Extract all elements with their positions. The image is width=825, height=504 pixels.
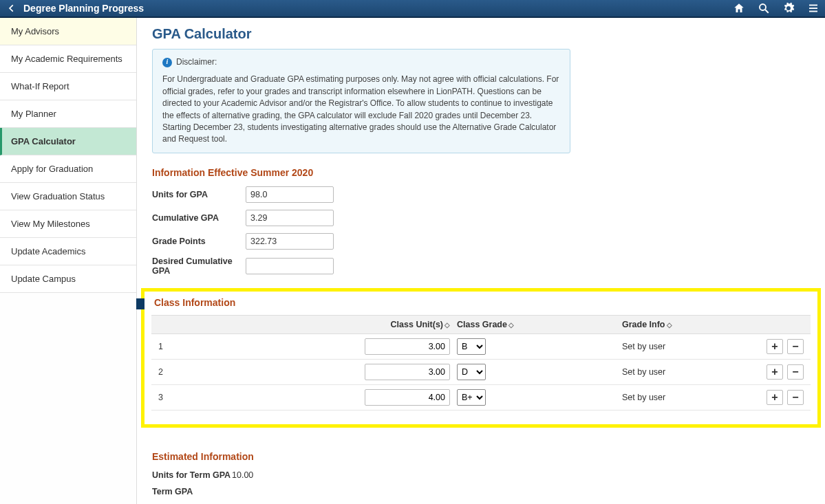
info-section-title: Information Effective Summer 2020: [152, 167, 810, 178]
back-icon[interactable]: [6, 2, 18, 14]
sidebar-item-my-academic-requirements[interactable]: My Academic Requirements: [0, 45, 136, 73]
class-grade-select[interactable]: AA-B+BB-C+CDF: [457, 364, 486, 380]
class-units-input[interactable]: [365, 364, 450, 380]
table-row: 3AA-B+BB-C+CDFSet by user+−: [151, 385, 811, 410]
class-info-title: Class Information: [154, 297, 815, 308]
svg-point-0: [760, 4, 766, 10]
col-units-header[interactable]: Class Unit(s): [391, 320, 443, 329]
sidebar-item-my-advisors[interactable]: My Advisors: [0, 18, 136, 45]
units-term-value: 10.00: [232, 470, 253, 480]
class-table-header: Class Unit(s)◇ Class Grade◇ Grade Info◇: [151, 315, 811, 334]
remove-row-button[interactable]: −: [787, 364, 804, 380]
info-icon: i: [162, 58, 172, 67]
sidebar-item-update-campus[interactable]: Update Campus: [0, 265, 136, 293]
main-content: GPA Calculator i Disclaimer: For Undergr…: [137, 18, 825, 504]
units-term-label: Units for Term GPA: [152, 470, 232, 480]
grade-points-input[interactable]: [246, 233, 334, 250]
header-title: Degree Planning Progress: [23, 3, 144, 14]
gear-icon[interactable]: [782, 2, 795, 14]
class-units-input[interactable]: [365, 389, 450, 406]
table-row: 2AA-B+BB-C+CDFSet by user+−: [151, 360, 811, 385]
class-grade-select[interactable]: AA-B+BB-C+CDF: [457, 389, 486, 406]
disclaimer-label: Disclaimer:: [176, 56, 217, 68]
disclaimer-text: For Undergraduate and Graduate GPA estim…: [162, 74, 560, 145]
sidebar-item-view-graduation-status[interactable]: View Graduation Status: [0, 183, 136, 210]
col-info-header[interactable]: Grade Info: [622, 320, 665, 329]
row-number: 2: [158, 367, 365, 377]
col-grade-header[interactable]: Class Grade: [457, 320, 507, 329]
app-header: Degree Planning Progress: [0, 0, 825, 18]
desired-gpa-input[interactable]: [246, 258, 334, 274]
add-row-button[interactable]: +: [767, 390, 783, 405]
add-row-button[interactable]: +: [767, 364, 783, 380]
units-gpa-label: Units for GPA: [152, 190, 246, 199]
row-number: 3: [158, 393, 365, 402]
menu-icon[interactable]: [807, 2, 819, 14]
search-icon[interactable]: [758, 2, 770, 14]
sidebar-item-apply-for-graduation[interactable]: Apply for Graduation: [0, 155, 136, 183]
sidebar-item-gpa-calculator[interactable]: GPA Calculator: [0, 128, 136, 155]
remove-row-button[interactable]: −: [787, 339, 804, 354]
grade-info-text: Set by user: [622, 367, 749, 377]
sidebar-item-update-academics[interactable]: Update Academics: [0, 238, 136, 265]
svg-line-1: [765, 10, 769, 13]
sidebar-item-my-planner[interactable]: My Planner: [0, 100, 136, 128]
sidebar-item-what-if-report[interactable]: What-If Report: [0, 73, 136, 100]
row-number: 1: [158, 342, 365, 351]
sidebar-item-view-my-milestones[interactable]: View My Milestones: [0, 210, 136, 238]
add-row-button[interactable]: +: [767, 339, 783, 354]
home-icon[interactable]: [733, 2, 745, 14]
units-gpa-input[interactable]: [246, 186, 334, 203]
page-title: GPA Calculator: [152, 26, 810, 42]
class-units-input[interactable]: [365, 338, 450, 355]
grade-points-label: Grade Points: [152, 237, 246, 246]
sidebar: My AdvisorsMy Academic RequirementsWhat-…: [0, 18, 137, 504]
cumulative-gpa-input[interactable]: [246, 210, 334, 226]
grade-info-text: Set by user: [622, 393, 749, 402]
disclaimer-box: i Disclaimer: For Undergraduate and Grad…: [152, 49, 570, 153]
estimated-title: Estimated Information: [152, 451, 810, 462]
grade-info-text: Set by user: [622, 342, 749, 351]
term-gpa-label: Term GPA: [152, 487, 232, 496]
class-grade-select[interactable]: AA-B+BB-C+CDF: [457, 338, 486, 355]
table-row: 1AA-B+BB-C+CDFSet by user+−: [151, 334, 811, 360]
desired-gpa-label: Desired Cumulative GPA: [152, 256, 246, 276]
cumulative-gpa-label: Cumulative GPA: [152, 213, 246, 223]
remove-row-button[interactable]: −: [787, 390, 804, 405]
class-info-highlight: Class Information Class Unit(s)◇ Class G…: [141, 288, 821, 428]
